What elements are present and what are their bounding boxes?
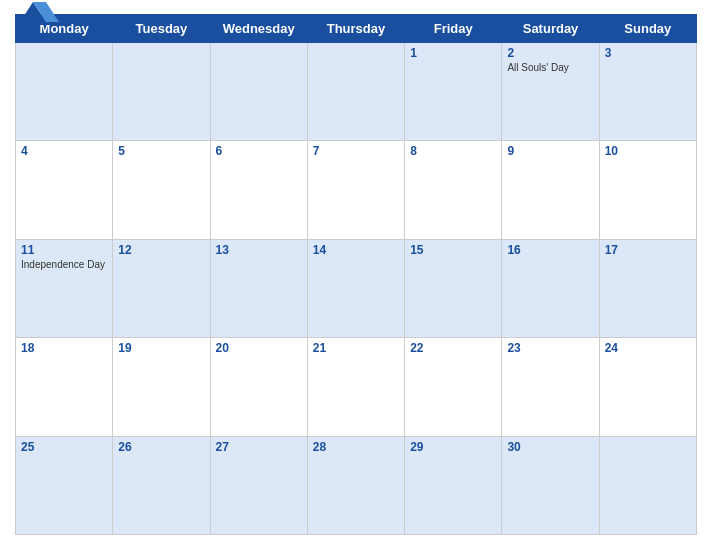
- calendar-day-cell: [599, 436, 696, 534]
- day-number: 27: [216, 440, 302, 454]
- calendar-table: MondayTuesdayWednesdayThursdayFridaySatu…: [15, 14, 697, 535]
- day-of-week-header: Sunday: [599, 15, 696, 43]
- day-number: 15: [410, 243, 496, 257]
- logo: [15, 0, 65, 26]
- day-number: 24: [605, 341, 691, 355]
- calendar-day-cell: 4: [16, 141, 113, 239]
- day-of-week-header: Friday: [405, 15, 502, 43]
- calendar-day-cell: 8: [405, 141, 502, 239]
- calendar-day-cell: [113, 43, 210, 141]
- calendar-day-cell: 28: [307, 436, 404, 534]
- day-number: 12: [118, 243, 204, 257]
- day-number: 5: [118, 144, 204, 158]
- day-number: 14: [313, 243, 399, 257]
- calendar-day-cell: 3: [599, 43, 696, 141]
- day-number: 11: [21, 243, 107, 257]
- calendar-day-cell: [210, 43, 307, 141]
- calendar-week-row: 45678910: [16, 141, 697, 239]
- day-number: 2: [507, 46, 593, 60]
- calendar-day-cell: 26: [113, 436, 210, 534]
- calendar-day-cell: 9: [502, 141, 599, 239]
- day-number: 19: [118, 341, 204, 355]
- calendar-day-cell: 10: [599, 141, 696, 239]
- calendar-day-cell: 30: [502, 436, 599, 534]
- day-number: 23: [507, 341, 593, 355]
- calendar-day-cell: [16, 43, 113, 141]
- calendar-day-cell: 21: [307, 338, 404, 436]
- calendar-day-cell: 2All Souls' Day: [502, 43, 599, 141]
- day-number: 17: [605, 243, 691, 257]
- day-number: 3: [605, 46, 691, 60]
- day-number: 30: [507, 440, 593, 454]
- day-number: 22: [410, 341, 496, 355]
- calendar-week-row: 11Independence Day121314151617: [16, 239, 697, 337]
- calendar-day-cell: 11Independence Day: [16, 239, 113, 337]
- svg-rect-2: [17, 22, 63, 25]
- calendar-day-cell: 7: [307, 141, 404, 239]
- day-number: 28: [313, 440, 399, 454]
- calendar-week-row: 18192021222324: [16, 338, 697, 436]
- day-number: 7: [313, 144, 399, 158]
- day-number: 18: [21, 341, 107, 355]
- day-number: 26: [118, 440, 204, 454]
- day-of-week-header: Wednesday: [210, 15, 307, 43]
- calendar-day-cell: 23: [502, 338, 599, 436]
- day-number: 6: [216, 144, 302, 158]
- day-number: 10: [605, 144, 691, 158]
- days-of-week-row: MondayTuesdayWednesdayThursdayFridaySatu…: [16, 15, 697, 43]
- calendar-day-cell: 24: [599, 338, 696, 436]
- calendar-day-cell: 20: [210, 338, 307, 436]
- day-number: 29: [410, 440, 496, 454]
- calendar-week-row: 252627282930: [16, 436, 697, 534]
- day-of-week-header: Thursday: [307, 15, 404, 43]
- calendar-week-row: 12All Souls' Day3: [16, 43, 697, 141]
- holiday-text: All Souls' Day: [507, 62, 593, 74]
- day-number: 20: [216, 341, 302, 355]
- calendar-day-cell: 16: [502, 239, 599, 337]
- calendar-day-cell: 1: [405, 43, 502, 141]
- day-of-week-header: Saturday: [502, 15, 599, 43]
- logo-icon: [15, 0, 65, 26]
- day-number: 25: [21, 440, 107, 454]
- holiday-text: Independence Day: [21, 259, 107, 271]
- calendar-body: 12All Souls' Day34567891011Independence …: [16, 43, 697, 535]
- calendar-day-cell: 5: [113, 141, 210, 239]
- day-number: 1: [410, 46, 496, 60]
- calendar-day-cell: 29: [405, 436, 502, 534]
- day-number: 4: [21, 144, 107, 158]
- calendar-day-cell: [307, 43, 404, 141]
- day-of-week-header: Tuesday: [113, 15, 210, 43]
- calendar-day-cell: 14: [307, 239, 404, 337]
- day-number: 13: [216, 243, 302, 257]
- day-number: 21: [313, 341, 399, 355]
- calendar-day-cell: 22: [405, 338, 502, 436]
- calendar-day-cell: 19: [113, 338, 210, 436]
- calendar-day-cell: 17: [599, 239, 696, 337]
- calendar-day-cell: 18: [16, 338, 113, 436]
- calendar-header-row: MondayTuesdayWednesdayThursdayFridaySatu…: [16, 15, 697, 43]
- calendar-day-cell: 15: [405, 239, 502, 337]
- day-number: 8: [410, 144, 496, 158]
- calendar-day-cell: 13: [210, 239, 307, 337]
- calendar-day-cell: 6: [210, 141, 307, 239]
- calendar-day-cell: 12: [113, 239, 210, 337]
- calendar-day-cell: 27: [210, 436, 307, 534]
- calendar-day-cell: 25: [16, 436, 113, 534]
- day-number: 9: [507, 144, 593, 158]
- day-number: 16: [507, 243, 593, 257]
